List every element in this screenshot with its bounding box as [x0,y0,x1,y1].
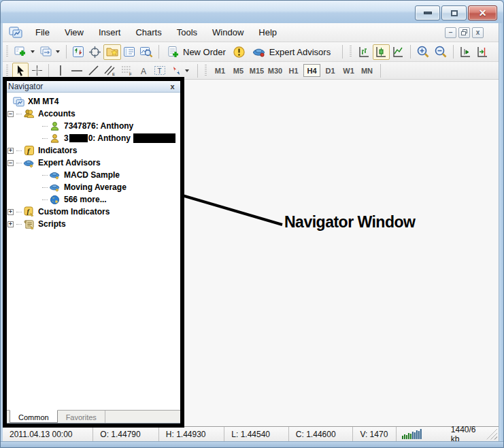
tab-favorites[interactable]: Favorites [58,411,105,423]
resize-grip[interactable] [486,429,497,440]
timeframe-m15[interactable]: M15 [248,64,265,77]
toolbar-grip[interactable] [5,65,9,77]
toolbar-grip[interactable] [204,65,207,77]
close-button[interactable]: ✕ [468,5,497,20]
timeframe-m30[interactable]: M30 [267,64,284,77]
data-window-button[interactable] [86,44,103,60]
arrows-icon [171,65,182,76]
tree-label: XM MT4 [28,97,58,106]
new-order-icon [167,46,180,59]
trendline-tool[interactable] [85,63,101,78]
toolbar-grip[interactable] [349,46,352,58]
svg-text:E: E [112,72,115,76]
menu-insert[interactable]: Insert [91,24,129,41]
timeframe-h1[interactable]: H1 [285,64,302,77]
zoom-in-button[interactable] [414,44,432,60]
status-datetime: 2011.04.13 00:00 [3,427,93,441]
profiles-button[interactable] [37,44,55,60]
tree-item-expert-advisors[interactable]: − Expert Advisors [4,157,180,169]
terminal-button[interactable] [121,44,137,60]
tree-label: 7347876: Anthony [64,121,133,131]
fibonacci-tool[interactable]: F [118,63,135,78]
minimize-button[interactable] [415,5,440,20]
zoom-out-button[interactable] [432,44,450,60]
tree-item-accounts[interactable]: − Accounts [4,108,180,120]
new-chart-dropdown-caret[interactable] [31,50,35,53]
child-minimize-button[interactable]: – [445,27,456,38]
tree-item-more[interactable]: 566 more... [4,193,180,206]
tree-item-scripts[interactable]: + Scripts [4,218,180,230]
tree-item-account-1[interactable]: 7347876: Anthony [4,120,180,132]
tree-item-custom-indicators[interactable]: + f Custom Indicators [4,206,180,218]
child-restore-button[interactable] [458,27,470,38]
alert-button[interactable] [231,44,248,60]
status-high: H: 1.44930 [159,427,225,441]
navigator-tabs: Common Favorites [4,410,180,423]
child-close-button[interactable]: x [472,27,484,38]
auto-scroll-icon [459,46,472,59]
menu-tools[interactable]: Tools [169,24,205,41]
horizontal-line-tool[interactable] [69,63,85,78]
equidistant-channel-tool[interactable]: E [101,63,118,78]
tree-item-macd-sample[interactable]: MACD Sample [4,169,180,181]
line-chart-button[interactable] [390,44,407,60]
collapse-toggle-icon[interactable]: − [7,111,14,117]
new-chart-button[interactable] [12,44,30,60]
timeframe-mn[interactable]: MN [358,64,375,77]
menu-view[interactable]: View [57,24,91,41]
tree-item-indicators[interactable]: + f Indicators [4,144,180,157]
maximize-button[interactable] [441,5,467,20]
market-watch-button[interactable] [70,44,86,60]
navigator-titlebar[interactable]: Navigator x [4,81,180,93]
new-order-button[interactable]: New Order [163,44,231,60]
tree-connector [42,138,48,139]
separator [453,45,454,59]
menu-window[interactable]: Window [205,24,251,41]
text-label-tool[interactable]: T [152,63,168,78]
cursor-tool-button[interactable] [12,63,29,78]
profiles-dropdown-caret[interactable] [56,50,60,53]
text-tool[interactable]: A [135,63,152,78]
tree-item-broker[interactable]: XM MT4 [4,95,180,108]
chart-shift-button[interactable] [474,44,491,60]
account-active-icon [49,121,61,131]
timeframe-h4[interactable]: H4 [303,64,320,77]
arrows-dropdown-caret[interactable] [185,69,189,72]
tree-item-moving-average[interactable]: Moving Average [4,181,180,193]
navigator-button[interactable] [103,44,121,60]
timeframe-d1[interactable]: D1 [322,64,339,77]
timeframe-m1[interactable]: M1 [212,64,229,77]
navigator-close-icon[interactable]: x [168,82,177,91]
menu-file[interactable]: File [28,24,57,41]
expert-advisors-button[interactable]: Expert Advisors [248,44,335,60]
expand-toggle-icon[interactable]: + [7,209,14,215]
tree-label: MACD Sample [64,170,120,180]
text-icon: A [139,65,149,76]
strategy-tester-button[interactable] [137,44,155,60]
minimize-icon [424,12,432,14]
candlestick-chart-button[interactable] [373,44,390,60]
tab-common[interactable]: Common [10,410,58,423]
menu-charts[interactable]: Charts [128,24,169,41]
horizontal-line-icon [71,66,83,76]
timeframe-m5[interactable]: M5 [230,64,247,77]
crosshair-tool-button[interactable] [29,63,45,78]
bar-chart-button[interactable] [356,44,373,60]
collapse-toggle-icon[interactable]: − [7,160,14,166]
menu-help[interactable]: Help [251,24,284,41]
line-chart-icon [392,46,405,59]
tree-label-redacted: 30: Anthony [64,133,175,144]
svg-text:T: T [158,67,162,75]
arrows-tool[interactable] [168,63,184,78]
expand-toggle-icon[interactable]: + [7,148,14,154]
vertical-line-tool[interactable] [52,63,69,78]
auto-scroll-button[interactable] [457,44,474,60]
navigator-panel: Navigator x XM MT4 − Accounts [3,80,181,423]
toolbar-grip[interactable] [5,46,9,58]
expand-toggle-icon[interactable]: + [7,221,14,227]
window-border-bottom [1,441,503,447]
tree-item-account-2[interactable]: 30: Anthony [4,132,180,144]
tree-connector [16,150,22,151]
timeframe-w1[interactable]: W1 [340,64,357,77]
cursor-icon [16,65,26,76]
